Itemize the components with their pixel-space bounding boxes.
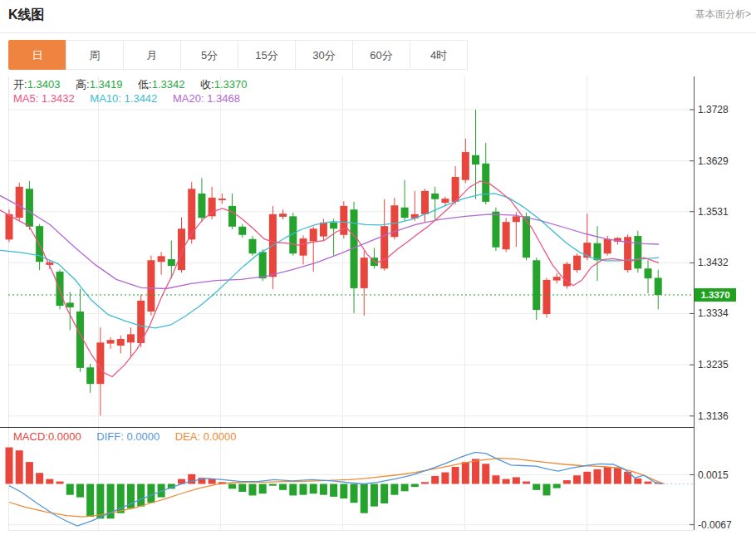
axis-tick-label: 1.3629 bbox=[698, 155, 729, 167]
macd-bar bbox=[16, 450, 23, 483]
candle-body bbox=[66, 302, 74, 307]
candle-body bbox=[158, 256, 165, 262]
macd-bar bbox=[604, 467, 611, 484]
ma-legend: MA5: 1.3432 MA10: 1.3442 MA20: 1.3468 bbox=[13, 92, 253, 105]
candle-body bbox=[178, 228, 185, 270]
open-label: 开: bbox=[13, 78, 27, 91]
macd-bar bbox=[137, 484, 145, 507]
macd-bar bbox=[645, 482, 652, 484]
axis-tick-label: -0.0067 bbox=[698, 519, 732, 531]
axis-tick-label: 1.3334 bbox=[698, 307, 729, 319]
candle-body bbox=[380, 226, 388, 268]
macd-bar bbox=[269, 484, 277, 486]
macd-bar bbox=[452, 467, 459, 484]
candle-body bbox=[86, 367, 94, 384]
candle-body bbox=[198, 194, 205, 218]
macd-bar bbox=[361, 484, 368, 513]
candle-body bbox=[259, 252, 267, 278]
diff-value-legend: DIFF: 0.0000 bbox=[96, 430, 160, 443]
low-label: 低: bbox=[138, 78, 152, 91]
candle-body bbox=[340, 206, 347, 235]
open-value: 1.3403 bbox=[27, 78, 61, 91]
candle-body bbox=[188, 189, 195, 239]
candle-body bbox=[238, 227, 246, 235]
macd-bar bbox=[371, 484, 378, 507]
macd-bar bbox=[46, 479, 53, 484]
ma20-legend: MA20: 1.3468 bbox=[173, 92, 240, 105]
candle-body bbox=[431, 194, 439, 199]
macd-bar bbox=[583, 472, 591, 484]
candle-body bbox=[441, 199, 449, 203]
macd-bar bbox=[594, 469, 601, 484]
candle-body bbox=[472, 155, 479, 164]
macd-bar bbox=[36, 473, 43, 483]
candle-body bbox=[209, 198, 216, 216]
macd-bar bbox=[380, 484, 388, 503]
axis-tick-label: 0.0015 bbox=[698, 469, 729, 481]
macd-bar bbox=[228, 484, 236, 489]
macd-bar bbox=[56, 482, 64, 484]
macd-bar bbox=[340, 484, 347, 499]
candle-body bbox=[553, 277, 561, 280]
candle-body bbox=[127, 334, 135, 342]
candle-body bbox=[655, 277, 662, 295]
candle-body bbox=[513, 216, 520, 222]
candle-body bbox=[401, 208, 409, 218]
macd-bar bbox=[503, 479, 510, 484]
candle-body bbox=[645, 268, 652, 278]
candle-body bbox=[300, 238, 307, 256]
macd-bar bbox=[411, 484, 419, 488]
macd-bar bbox=[533, 484, 540, 490]
axis-tick-label: 1.3432 bbox=[698, 257, 729, 268]
candle-body bbox=[361, 258, 368, 288]
candle-body bbox=[218, 199, 226, 200]
candle-body bbox=[56, 272, 64, 306]
candle-body bbox=[107, 340, 115, 343]
macd-bar bbox=[188, 474, 195, 484]
candle-body bbox=[6, 214, 13, 240]
macd-bar bbox=[523, 482, 530, 484]
macd-bar bbox=[279, 484, 287, 490]
candle-body bbox=[452, 177, 459, 202]
candle-body bbox=[594, 243, 601, 261]
macd-bar bbox=[310, 484, 317, 494]
current-price-tag-label: 1.3370 bbox=[700, 290, 729, 300]
macd-bar bbox=[634, 479, 641, 484]
macd-bar bbox=[441, 473, 449, 484]
macd-bar bbox=[351, 484, 358, 503]
ma5-legend: MA5: 1.3432 bbox=[13, 92, 75, 105]
candle-body bbox=[279, 214, 287, 217]
macd-bar bbox=[482, 464, 489, 483]
macd-bar bbox=[462, 462, 469, 483]
macd-legend: MACD:0.0000 DIFF: 0.0000 DEA: 0.0000 bbox=[13, 430, 249, 443]
macd-bar bbox=[390, 484, 398, 495]
macd-bar bbox=[492, 475, 499, 483]
macd-bar bbox=[76, 484, 84, 498]
candle-body bbox=[421, 191, 429, 214]
candle-body bbox=[228, 206, 236, 227]
candle-body bbox=[542, 280, 550, 314]
macd-bar bbox=[401, 484, 409, 492]
macd-bar bbox=[563, 480, 571, 483]
macd-bar bbox=[259, 484, 267, 494]
macd-bar bbox=[573, 475, 581, 483]
candle-body bbox=[503, 222, 510, 249]
macd-bar bbox=[86, 484, 94, 518]
candle-body bbox=[604, 239, 611, 253]
ma10-legend: MA10: 1.3442 bbox=[90, 92, 157, 105]
axis-tick-label: 1.3136 bbox=[698, 410, 729, 422]
candle-body bbox=[462, 152, 469, 180]
macd-bar bbox=[96, 484, 104, 519]
axis-tick-label: 1.3531 bbox=[698, 206, 729, 218]
candle-body bbox=[248, 239, 256, 253]
candle-body bbox=[533, 260, 540, 310]
macd-bar bbox=[66, 484, 74, 495]
macd-bar bbox=[300, 484, 307, 495]
low-value: 1.3342 bbox=[152, 78, 185, 91]
macd-bar bbox=[320, 484, 327, 495]
ohlc-legend: 开:1.3403 高:1.3419 低:1.3342 收:1.3370 bbox=[13, 77, 259, 92]
candle-body bbox=[147, 260, 155, 312]
macd-bar bbox=[421, 482, 429, 483]
candle-body bbox=[330, 223, 337, 228]
candle-body bbox=[168, 259, 175, 266]
